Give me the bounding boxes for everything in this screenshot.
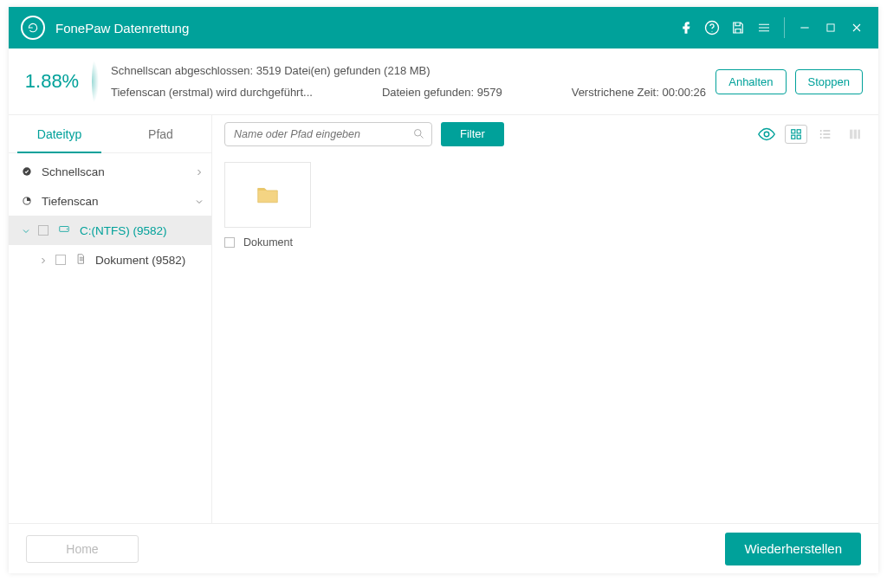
svg-rect-10	[797, 129, 800, 132]
svg-point-15	[820, 137, 822, 139]
svg-rect-17	[854, 129, 857, 139]
file-grid: Dokument	[212, 153, 878, 257]
svg-point-14	[820, 133, 822, 135]
column-view-icon[interactable]	[844, 125, 866, 144]
svg-rect-2	[827, 24, 834, 31]
scan-progress-panel: 1.88% Schnellscan abgeschlossen: 3519 Da…	[9, 48, 878, 115]
content-area: Filter	[212, 115, 878, 523]
scan-percent: 1.88%	[9, 48, 95, 114]
tree-quickscan[interactable]: Schnellscan	[9, 157, 211, 186]
footer-bar: Home Wiederherstellen	[9, 523, 878, 573]
chevron-right-icon	[194, 167, 203, 176]
home-button[interactable]: Home	[26, 535, 139, 563]
app-logo-icon	[21, 16, 45, 40]
sidebar-tree: Schnellscan Tiefenscan C:(NTFS) (9582)	[9, 153, 211, 275]
main-area: Dateityp Pfad Schnellscan Tiefenscan	[9, 115, 878, 523]
filter-button[interactable]: Filter	[441, 122, 504, 146]
drive-icon	[57, 223, 71, 238]
tree-deepscan[interactable]: Tiefenscan	[9, 186, 211, 216]
svg-rect-18	[858, 129, 860, 139]
scan-deep-status: Tiefenscan (erstmal) wird durchgeführt..…	[111, 86, 313, 99]
folder-thumbnail	[224, 162, 311, 228]
tab-path[interactable]: Pfad	[110, 115, 211, 152]
progress-circle-icon	[21, 195, 33, 207]
tree-quickscan-label: Schnellscan	[42, 165, 185, 178]
search-input[interactable]	[224, 122, 432, 146]
folder-item[interactable]: Dokument	[224, 162, 311, 249]
facebook-icon[interactable]	[673, 15, 699, 41]
pause-button[interactable]: Anhalten	[715, 69, 786, 94]
tree-drive[interactable]: C:(NTFS) (9582)	[9, 216, 211, 245]
checkbox[interactable]	[38, 225, 49, 236]
stop-button[interactable]: Stoppen	[795, 69, 863, 94]
tree-document[interactable]: Dokument (9582)	[9, 245, 211, 275]
minimize-icon[interactable]	[792, 15, 818, 41]
chevron-down-icon	[194, 197, 203, 205]
chevron-down-icon	[21, 226, 29, 235]
svg-point-8	[764, 132, 769, 137]
svg-rect-11	[792, 135, 795, 139]
document-icon	[74, 253, 87, 268]
app-window: FonePaw Datenrettung 1.88% Schnellscan a…	[9, 7, 878, 573]
svg-rect-9	[792, 129, 795, 132]
help-icon[interactable]	[699, 15, 725, 41]
maximize-icon[interactable]	[818, 15, 844, 41]
list-view-icon[interactable]	[814, 125, 837, 144]
svg-point-7	[415, 129, 422, 136]
scan-status-line1: Schnellscan abgeschlossen: 3519 Datei(en…	[111, 64, 715, 77]
check-circle-icon	[21, 165, 33, 178]
search-icon[interactable]	[412, 127, 425, 144]
tree-drive-label: C:(NTFS) (9582)	[80, 224, 203, 237]
svg-rect-16	[850, 129, 852, 139]
grid-view-icon[interactable]	[785, 125, 807, 144]
content-toolbar: Filter	[212, 115, 878, 153]
search-box	[224, 122, 432, 146]
sidebar: Dateityp Pfad Schnellscan Tiefenscan	[9, 115, 212, 523]
close-icon[interactable]	[844, 15, 870, 41]
eye-icon[interactable]	[755, 125, 778, 144]
app-title: FonePaw Datenrettung	[55, 21, 673, 36]
folder-icon	[255, 182, 281, 208]
tree-deepscan-label: Tiefenscan	[42, 195, 185, 208]
scan-elapsed: Verstrichene Zeit: 00:00:26	[572, 86, 706, 99]
save-icon[interactable]	[725, 15, 751, 41]
menu-icon[interactable]	[751, 15, 777, 41]
checkbox[interactable]	[224, 237, 235, 248]
checkbox[interactable]	[55, 255, 66, 265]
sidebar-tabs: Dateityp Pfad	[9, 115, 211, 153]
recover-button[interactable]: Wiederherstellen	[725, 533, 861, 565]
title-bar: FonePaw Datenrettung	[9, 7, 878, 48]
tab-filetype[interactable]: Dateityp	[9, 115, 110, 152]
tree-document-label: Dokument (9582)	[95, 254, 203, 267]
svg-rect-12	[797, 135, 800, 139]
scan-found-count: Dateien gefunden: 9579	[382, 86, 502, 99]
view-switcher	[755, 125, 866, 144]
svg-point-1	[712, 31, 713, 32]
folder-label: Dokument	[243, 236, 293, 249]
svg-point-13	[820, 130, 822, 132]
svg-point-6	[67, 228, 68, 229]
titlebar-separator	[784, 17, 785, 38]
scan-status-text: Schnellscan abgeschlossen: 3519 Datei(en…	[95, 48, 715, 114]
chevron-right-icon	[38, 255, 47, 264]
